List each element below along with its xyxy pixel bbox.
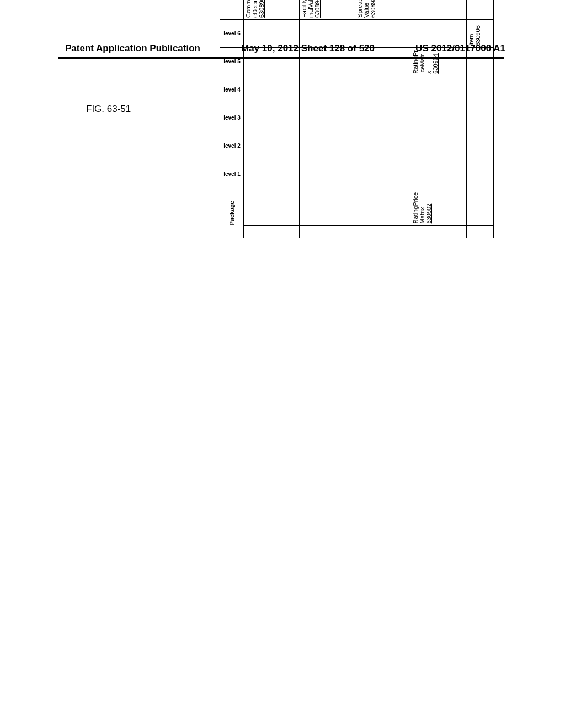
table-row: FacilityFeeDecimalValue 630894 DecimalVa… [300,0,355,238]
entity-name: CommitmentFeeDecimalValue [245,0,258,18]
cell-package: RatingPriceMatrix 630902 [411,188,467,226]
entity-ref: 630906 [475,22,481,46]
col-package: Package [220,188,244,238]
cell-level-7: CommitmentFeeDecimalValue 630890 [244,0,300,19]
entity-ref: 630898 [370,0,376,18]
header-left: Patent Application Publication [65,43,200,54]
col-level-2: level 2 [220,132,244,160]
entity-name: FacilityFeeDecimalValue [301,0,314,18]
entity-ref: 630894 [314,0,321,18]
table-row: SpreadDecimalValue 630898 DecimalValue 6… [355,0,411,238]
col-level-3: level 3 [220,104,244,132]
entity-name: RatingPriceMatrix [412,50,432,74]
table-row: RatingPriceMatrix 630902 RatingPriceMatr… [411,0,467,238]
entity-ref: 630902 [425,190,432,223]
cell-level-5: RatingPriceMatrix 630904 [411,47,467,76]
table-row: Item 630906 [467,0,494,238]
entity-name: Item [468,22,475,46]
entity-name: RatingPriceMatrix [412,190,425,223]
entity-name: SpreadDecimalValue [356,0,370,18]
col-level-5: level 5 [220,47,244,76]
cell-level-6: Item 630906 [467,19,494,47]
col-level-1: level 1 [220,160,244,188]
cell-level-7: FacilityFeeDecimalValue 630894 [300,0,355,19]
figure-stage: Package level 1 level 2 level 3 level 4 … [220,0,494,238]
col-level-4: level 4 [220,76,244,104]
data-table: Package level 1 level 2 level 3 level 4 … [220,0,494,238]
entity-ref: 630890 [258,0,265,18]
col-level-7: level 7 [220,0,244,19]
cell-level-7: SpreadDecimalValue 630898 [355,0,411,19]
table-row: CommitmentFeeDecimalValue 630890 Decimal… [244,0,300,238]
table-header-row: Package level 1 level 2 level 3 level 4 … [220,0,244,238]
col-level-6: level 6 [220,19,244,47]
figure-label: FIG. 63-51 [86,104,131,115]
entity-ref: 630904 [432,50,439,74]
